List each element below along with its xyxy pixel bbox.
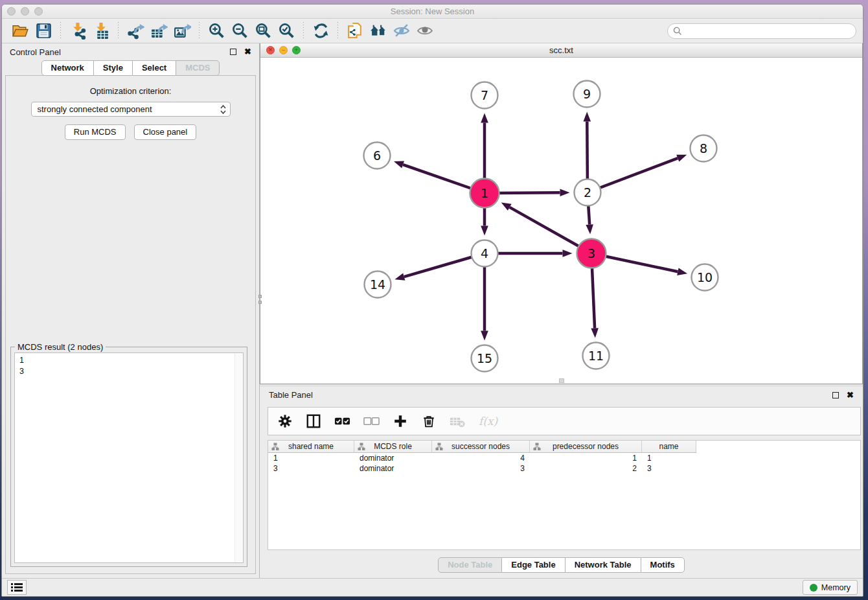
network-window-title: scc.txt (549, 45, 573, 55)
edge-arrow-3-11 (591, 328, 599, 338)
cell-shared-name[interactable]: 3 (268, 463, 354, 474)
open-session-button[interactable] (8, 21, 32, 41)
zoom-selected-button[interactable] (275, 21, 298, 41)
save-session-button[interactable] (32, 21, 55, 41)
control-panel-float-icon[interactable] (230, 49, 236, 55)
column-header-successor-nodes[interactable]: successor nodes (432, 441, 530, 453)
search-input[interactable] (667, 23, 856, 39)
zoom-out-button[interactable] (228, 21, 251, 41)
column-header-predecessor-nodes[interactable]: predecessor nodes (530, 441, 642, 453)
window-close-icon[interactable] (7, 7, 16, 16)
memory-button[interactable]: Memory (803, 580, 858, 595)
graph-node-6[interactable]: 6 (364, 143, 391, 169)
canvas-resize-handle[interactable] (559, 378, 564, 383)
home-button[interactable] (367, 21, 390, 41)
tab-select[interactable]: Select (132, 60, 176, 76)
cell-name[interactable]: 3 (642, 463, 696, 474)
graph-node-10[interactable]: 10 (692, 264, 718, 291)
import-network-button[interactable] (66, 21, 89, 41)
criterion-select[interactable]: strongly connected component (31, 102, 231, 117)
show-visibility-button[interactable] (413, 21, 437, 41)
tab-node-table[interactable]: Node Table (438, 557, 502, 573)
refresh-button[interactable] (309, 21, 332, 41)
delete-table-button[interactable] (450, 413, 466, 430)
graph-node-3[interactable]: 3 (577, 239, 606, 268)
control-panel-close-icon[interactable]: ✖ (244, 49, 251, 55)
graph-node-11[interactable]: 11 (583, 343, 610, 369)
hide-visibility-icon (393, 22, 411, 40)
cell-predecessor-nodes[interactable]: 1 (530, 453, 642, 463)
tab-network[interactable]: Network (41, 60, 94, 76)
table-panel-tabs: Node TableEdge TableNetwork TableMotifs (260, 557, 863, 573)
tab-mcds[interactable]: MCDS (176, 60, 220, 76)
mcds-result-text[interactable]: 1 3 (14, 352, 244, 563)
mcds-result-box: MCDS result (2 nodes) 1 3 (10, 347, 247, 567)
tab-network-table[interactable]: Network Table (565, 557, 641, 573)
window-zoom-icon[interactable] (34, 7, 43, 16)
export-network-button[interactable] (124, 21, 147, 41)
graph-node-7[interactable]: 7 (472, 82, 498, 109)
table-panel-close-icon[interactable]: ✖ (847, 392, 854, 398)
graph-node-9[interactable]: 9 (574, 81, 600, 108)
right-column: ✕ – + scc.txt 7968124314101511 Table Pan… (260, 43, 863, 578)
cell-successor-nodes[interactable]: 3 (432, 463, 530, 474)
graph-node-2[interactable]: 2 (575, 179, 601, 206)
zoom-in-button[interactable] (205, 21, 228, 41)
function-builder-button[interactable]: f(x) (479, 415, 497, 428)
panel-splitter-handle[interactable] (258, 295, 262, 305)
cell-MCDS-role[interactable]: dominator (354, 463, 432, 474)
column-header-MCDS-role[interactable]: MCDS role (354, 441, 432, 453)
gear-button[interactable] (277, 413, 293, 429)
cell-name[interactable]: 1 (642, 453, 696, 463)
hide-visibility-button[interactable] (390, 21, 413, 41)
graph-node-1[interactable]: 1 (470, 179, 499, 208)
zoom-fit-button[interactable] (251, 21, 275, 41)
close-panel-button[interactable]: Close panel (134, 124, 197, 140)
task-history-button[interactable] (7, 580, 27, 595)
mcds-result-title: MCDS result (2 nodes) (15, 342, 106, 352)
select-all-button[interactable] (334, 413, 350, 430)
edge-arrow-1-2 (560, 189, 569, 196)
delete-button[interactable] (421, 413, 437, 429)
export-image-button[interactable] (170, 21, 194, 41)
gear-icon (277, 413, 293, 429)
tab-edge-table[interactable]: Edge Table (501, 557, 565, 573)
cell-predecessor-nodes[interactable]: 2 (530, 463, 642, 474)
control-panel-tabs: NetworkStyleSelectMCDS (2, 60, 259, 76)
cell-shared-name[interactable]: 1 (268, 453, 354, 463)
edge-2-8[interactable] (588, 158, 678, 192)
tab-style[interactable]: Style (93, 60, 133, 76)
network-minimize-icon[interactable]: – (279, 46, 288, 54)
column-header-shared-name[interactable]: shared name (268, 441, 354, 453)
graph-node-4[interactable]: 4 (472, 240, 498, 267)
graph-node-8[interactable]: 8 (691, 135, 717, 162)
column-header-name[interactable]: name (642, 441, 696, 453)
result-scrollbar[interactable] (234, 354, 242, 562)
network-document-button[interactable] (343, 21, 367, 41)
table-panel-header: Table Panel ✖ (260, 387, 863, 403)
table-row[interactable]: 3dominator323 (268, 463, 860, 474)
network-maximize-icon[interactable]: + (292, 46, 301, 54)
export-table-button[interactable] (147, 21, 170, 41)
columns-button[interactable] (306, 413, 321, 429)
tab-motifs[interactable]: Motifs (641, 557, 685, 573)
graph-node-15[interactable]: 15 (472, 345, 498, 372)
network-close-icon[interactable]: ✕ (266, 46, 275, 54)
toolbar-separator (337, 22, 338, 40)
add-button[interactable] (393, 413, 408, 429)
import-network-icon (69, 22, 87, 40)
network-canvas[interactable]: 7968124314101511 (260, 58, 862, 384)
run-mcds-button[interactable]: Run MCDS (65, 124, 126, 140)
import-table-icon (93, 22, 110, 40)
import-table-button[interactable] (89, 21, 113, 41)
criterion-value: strongly connected component (38, 104, 152, 114)
window-minimize-icon[interactable] (21, 7, 29, 16)
zoom-fit-icon (255, 22, 272, 40)
node-table: shared nameMCDS rolesuccessor nodesprede… (268, 440, 861, 550)
cell-successor-nodes[interactable]: 4 (432, 453, 530, 463)
table-row[interactable]: 1dominator411 (268, 453, 860, 463)
cell-MCDS-role[interactable]: dominator (354, 453, 432, 463)
table-panel-float-icon[interactable] (832, 392, 839, 398)
graph-node-14[interactable]: 14 (365, 271, 391, 298)
deselect-all-button[interactable] (363, 413, 380, 430)
